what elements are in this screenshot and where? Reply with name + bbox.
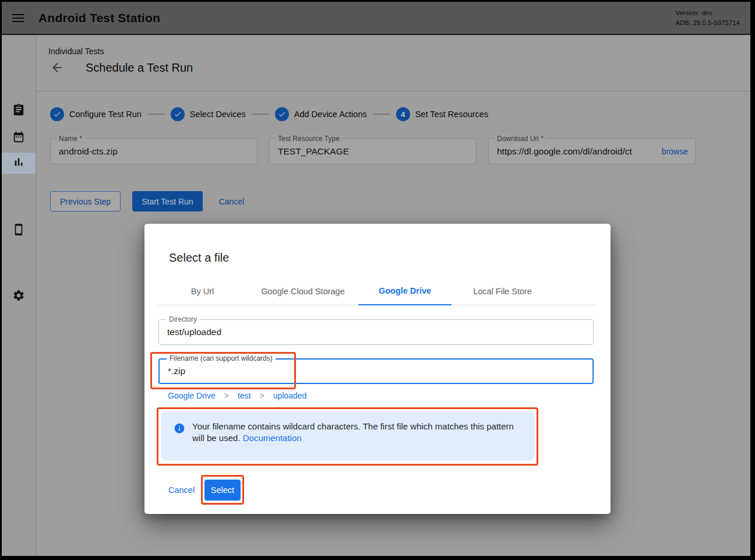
- drive-breadcrumb: Google Drive > test > uploaded: [168, 391, 306, 400]
- breadcrumb-uploaded[interactable]: uploaded: [273, 391, 307, 400]
- test-runs-icon: [12, 103, 25, 118]
- stepper: Configure Test Run Select Devices Add De…: [50, 106, 488, 122]
- dialog-select-button[interactable]: Select: [204, 480, 241, 501]
- previous-step-button[interactable]: Previous Step: [50, 191, 121, 212]
- step-configure-test-run[interactable]: Configure Test Run: [50, 107, 142, 121]
- tab-local-file-store[interactable]: Local File Store: [451, 277, 553, 305]
- calendar-icon: [12, 131, 25, 146]
- adb-version-line: ADB: 29.0.5-5975714: [675, 18, 740, 28]
- chevron-right-icon: >: [224, 391, 229, 400]
- step-connector: [147, 114, 165, 115]
- app-title: Android Test Station: [38, 11, 160, 25]
- sidebar-item-test-runs[interactable]: [2, 100, 36, 121]
- step-add-device-actions[interactable]: Add Device Actions: [275, 107, 367, 121]
- filename-field-label: Filename (can support wildcards): [167, 354, 276, 362]
- arrow-back-icon[interactable]: [50, 61, 64, 75]
- test-resource-type-field[interactable]: Test Resource Type TEST_PACKAGE: [269, 138, 477, 164]
- download-url-label: Download Url *: [495, 135, 546, 143]
- wildcard-info-alert: Your filename contains wildcard characte…: [161, 411, 535, 460]
- step-set-test-resources[interactable]: 4 Set Test Resources: [396, 107, 488, 121]
- page-actions: Previous Step Start Test Run Cancel: [50, 191, 244, 212]
- name-field-label: Name *: [57, 135, 84, 143]
- version-line: Version: dev: [675, 8, 740, 18]
- header-divider: [36, 91, 750, 91]
- step-connector: [252, 114, 269, 115]
- filename-field-value: *.zip: [160, 360, 592, 383]
- sidebar-item-settings[interactable]: [2, 286, 36, 307]
- step-done-check-icon: [275, 107, 289, 121]
- directory-field-value: test/uploaded: [159, 320, 593, 344]
- select-file-dialog: Select a file By Url Google Cloud Storag…: [144, 224, 611, 514]
- sidebar: [2, 35, 36, 556]
- main-content: Individual Tests Schedule a Test Run Con…: [36, 35, 750, 556]
- hamburger-menu-icon[interactable]: [12, 14, 24, 22]
- step-number-badge: 4: [396, 107, 410, 121]
- dialog-tabs: By Url Google Cloud Storage Google Drive…: [157, 277, 597, 305]
- directory-field[interactable]: Directory test/uploaded: [158, 319, 594, 345]
- breadcrumb-section-label: Individual Tests: [48, 47, 104, 56]
- filename-field[interactable]: Filename (can support wildcards) *.zip: [158, 358, 594, 384]
- sidebar-item-test-results[interactable]: [2, 153, 36, 174]
- breadcrumb-google-drive[interactable]: Google Drive: [168, 391, 216, 400]
- directory-field-label: Directory: [166, 315, 200, 323]
- breadcrumb-test[interactable]: test: [238, 391, 251, 400]
- browse-link[interactable]: browse: [658, 139, 695, 163]
- bar-chart-icon: [12, 156, 25, 171]
- step-label: Set Test Resources: [415, 110, 488, 119]
- start-test-run-button[interactable]: Start Test Run: [132, 191, 202, 212]
- name-field[interactable]: Name * android-cts.zip: [50, 138, 257, 164]
- step-select-devices[interactable]: Select Devices: [171, 107, 246, 121]
- test-resource-fields: Name * android-cts.zip Test Resource Typ…: [50, 138, 696, 164]
- smartphone-icon: [12, 223, 25, 238]
- info-icon: [174, 422, 185, 434]
- step-label: Configure Test Run: [69, 110, 142, 119]
- tab-google-drive[interactable]: Google Drive: [358, 277, 451, 305]
- cancel-run-button[interactable]: Cancel: [219, 197, 245, 206]
- dialog-title: Select a file: [169, 251, 229, 265]
- step-label: Add Device Actions: [294, 110, 367, 119]
- tab-google-cloud-storage[interactable]: Google Cloud Storage: [248, 277, 358, 305]
- alert-message-text: Your filename contains wildcard characte…: [192, 421, 514, 443]
- test-resource-type-label: Test Resource Type: [276, 135, 342, 143]
- screen: Android Test Station Version: dev ADB: 2…: [0, 0, 755, 560]
- page-title: Schedule a Test Run: [86, 61, 193, 75]
- tab-by-url[interactable]: By Url: [157, 277, 248, 305]
- gear-icon: [12, 289, 25, 304]
- alert-message: Your filename contains wildcard characte…: [192, 421, 518, 444]
- dialog-cancel-button[interactable]: Cancel: [168, 485, 195, 495]
- documentation-link[interactable]: Documentation: [243, 433, 302, 443]
- top-app-bar: Android Test Station Version: dev ADB: 2…: [2, 2, 750, 35]
- version-info: Version: dev ADB: 29.0.5-5975714: [675, 8, 740, 27]
- step-connector: [373, 114, 390, 115]
- sidebar-item-test-plans[interactable]: [2, 128, 36, 149]
- step-done-check-icon: [171, 107, 185, 121]
- sidebar-item-devices[interactable]: [2, 220, 36, 241]
- download-url-field[interactable]: Download Url * https://dl.google.com/dl/…: [488, 138, 696, 164]
- step-label: Select Devices: [190, 110, 246, 119]
- step-done-check-icon: [50, 107, 64, 121]
- chevron-right-icon: >: [259, 391, 264, 400]
